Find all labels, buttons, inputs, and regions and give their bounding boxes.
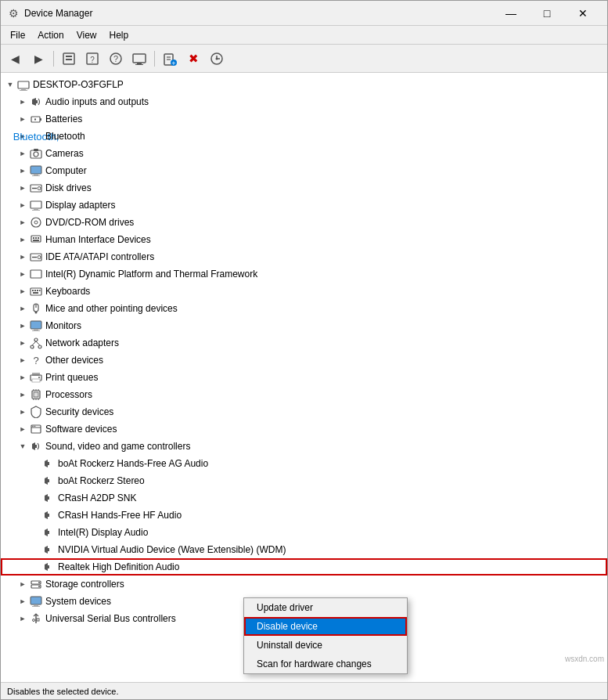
back-button[interactable]: ◀	[4, 48, 26, 70]
menu-view[interactable]: View	[70, 28, 103, 42]
svg-rect-31	[31, 166, 41, 174]
tree-software-devices[interactable]: ► Software devices	[1, 420, 607, 438]
software-icon	[29, 422, 43, 436]
svg-rect-25	[40, 118, 41, 121]
audio-inputs-label: Audio inputs and outputs	[45, 96, 149, 107]
svg-rect-90	[48, 479, 49, 482]
tree-realtek-audio[interactable]: Realtek High Definition Audio	[1, 558, 607, 576]
svg-rect-8	[137, 63, 142, 64]
properties-button[interactable]	[58, 48, 80, 70]
tree-root[interactable]: ▼ DESKTOP-O3FGFLP	[1, 76, 607, 93]
intel-audio-expand	[29, 526, 41, 539]
tree-storage-controllers[interactable]: ► Storage controllers	[1, 576, 607, 593]
svg-rect-37	[31, 201, 41, 208]
crash-a2dp-label: CRasH A2DP SNK	[58, 493, 136, 503]
system-label: System devices	[45, 596, 111, 607]
tree-dvd-drives[interactable]: ► DVD/CD-ROM drives	[1, 214, 607, 231]
menu-action[interactable]: Action	[31, 28, 70, 42]
root-expand-icon: ▼	[4, 78, 16, 91]
menu-help[interactable]: Help	[103, 28, 135, 42]
svg-text:?: ?	[113, 54, 118, 63]
tree-network-adapters[interactable]: ► Network adapters	[1, 334, 607, 352]
scan-button[interactable]	[206, 48, 228, 70]
svg-marker-93	[45, 511, 48, 519]
device-manager-window: ⚙ Device Manager — □ ✕ File Action View …	[0, 0, 608, 700]
tree-keyboards[interactable]: ► Keyboards	[1, 283, 607, 300]
tree-audio-inputs[interactable]: ► Audio inputs and outputs	[1, 93, 607, 110]
device-manager-button[interactable]	[128, 48, 150, 70]
processors-icon	[29, 388, 43, 402]
monitors-icon	[29, 319, 43, 333]
tree-boat-handsfree[interactable]: boAt Rockerz Hands-Free AG Audio	[1, 455, 607, 472]
ctx-uninstall-device[interactable]: Uninstall device	[244, 636, 407, 655]
tree-disk-drives[interactable]: ► Disk drives	[1, 179, 607, 197]
tree-hid[interactable]: ► Human Interface Devices	[1, 231, 607, 248]
dvd-drives-expand: ►	[16, 216, 29, 229]
hid-label: Human Interface Devices	[45, 234, 151, 245]
svg-text:+: +	[171, 59, 175, 66]
remove-button[interactable]: ✖	[182, 48, 204, 70]
add-driver-button[interactable]: +	[159, 48, 181, 70]
tree-intel-platform[interactable]: ► Intel(R) Dynamic Platform and Thermal …	[1, 265, 607, 283]
monitors-label: Monitors	[45, 320, 81, 331]
tree-ide-controllers[interactable]: ► IDE ATA/ATAPI controllers	[1, 248, 607, 265]
device-tree-content[interactable]: ▼ DESKTOP-O3FGFLP ► Audio inputs and out…	[1, 73, 607, 682]
help-button[interactable]: ?	[105, 48, 127, 70]
svg-point-66	[38, 345, 41, 348]
mice-expand: ►	[16, 302, 29, 315]
ide-expand: ►	[16, 251, 29, 263]
boat-handsfree-expand	[29, 457, 41, 470]
svg-marker-91	[45, 494, 48, 502]
boat-stereo-label: boAt Rockerz Stereo	[58, 475, 145, 486]
tree-other-devices[interactable]: ► ? Other devices	[1, 352, 607, 369]
menu-file[interactable]: File	[4, 28, 31, 42]
svg-marker-89	[45, 477, 48, 485]
tree-crash-handsfree-hf[interactable]: CRasH Hands-Free HF Audio	[1, 507, 607, 524]
tree-bluetooth[interactable]: ► Bluetooth; Bluetooth	[1, 128, 607, 145]
ctx-disable-device[interactable]: Disable device	[244, 617, 407, 636]
tree-monitors[interactable]: ► Monitors	[1, 317, 607, 334]
svg-rect-71	[32, 379, 40, 382]
svg-rect-52	[31, 288, 41, 295]
tree-intel-display-audio[interactable]: Intel(R) Display Audio	[1, 524, 607, 541]
sound-label: Sound, video and game controllers	[45, 441, 190, 452]
ctx-scan-hardware[interactable]: Scan for hardware changes	[244, 655, 407, 673]
svg-rect-74	[34, 392, 38, 397]
intel-platform-icon	[29, 267, 43, 281]
forward-button[interactable]: ▶	[27, 48, 49, 70]
tree-computer[interactable]: ► Computer	[1, 162, 607, 179]
minimize-button[interactable]: —	[493, 1, 529, 26]
print-queues-label: Print queues	[45, 372, 98, 383]
tree-nvidia-audio[interactable]: NVIDIA Virtual Audio Device (Wave Extens…	[1, 541, 607, 558]
ctx-update-driver[interactable]: Update driver	[244, 598, 407, 617]
nvidia-icon	[41, 543, 56, 557]
svg-marker-85	[32, 442, 35, 450]
tree-security-devices[interactable]: ► Security devices	[1, 403, 607, 420]
tree-print-queues[interactable]: ► Print queues	[1, 369, 607, 386]
update-driver-button[interactable]: ?	[81, 48, 103, 70]
close-button[interactable]: ✕	[565, 1, 601, 26]
tree-mice[interactable]: ► Mice and other pointing devices	[1, 300, 607, 317]
svg-rect-110	[37, 619, 39, 621]
svg-rect-9	[135, 64, 143, 65]
tree-batteries[interactable]: ► Batteries	[1, 110, 607, 128]
intel-audio-icon	[41, 525, 56, 539]
tree-sound-controllers[interactable]: ▼ Sound, video and game controllers	[1, 438, 607, 455]
tree-boat-stereo[interactable]: boAt Rockerz Stereo	[1, 472, 607, 489]
processors-label: Processors	[45, 389, 92, 400]
storage-icon	[29, 577, 43, 591]
tree-processors[interactable]: ► Processors	[1, 386, 607, 403]
tree-cameras[interactable]: ► Cameras	[1, 145, 607, 162]
maximize-button[interactable]: □	[529, 1, 565, 26]
toolbar-separator-2	[154, 51, 155, 67]
svg-point-83	[32, 426, 34, 428]
svg-rect-56	[39, 290, 41, 291]
svg-rect-53	[32, 290, 34, 291]
svg-point-72	[38, 377, 40, 378]
tree-crash-a2dp[interactable]: CRasH A2DP SNK	[1, 489, 607, 507]
network-expand: ►	[16, 337, 29, 349]
window-title: Device Manager	[24, 8, 493, 19]
tree-display-adapters[interactable]: ► Display adapters	[1, 197, 607, 214]
svg-rect-92	[48, 496, 49, 500]
svg-point-65	[31, 345, 34, 348]
